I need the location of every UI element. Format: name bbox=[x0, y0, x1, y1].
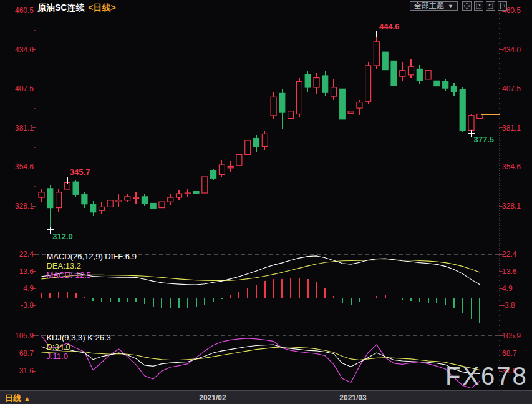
status-period-label: 日线 bbox=[5, 393, 21, 403]
status-period: 日线▲ bbox=[5, 393, 31, 404]
svg-text:444.6: 444.6 bbox=[379, 22, 400, 31]
kdj-j-label: J:11.0 bbox=[46, 352, 67, 361]
scale-axis-left-icon bbox=[475, 2, 482, 9]
svg-text:434.0: 434.0 bbox=[502, 46, 521, 54]
period-tag: <日线> bbox=[88, 2, 115, 12]
macd-diff-label: MACD(26,12,9) DIFF:6.9 bbox=[46, 252, 137, 261]
watermark: FX678 bbox=[445, 362, 528, 390]
svg-text:328.1: 328.1 bbox=[15, 202, 34, 210]
move-icon bbox=[463, 2, 470, 9]
svg-text:68.7: 68.7 bbox=[502, 349, 517, 358]
x-tick-label: 2021/02 bbox=[199, 393, 226, 402]
svg-text:407.5: 407.5 bbox=[15, 84, 34, 93]
svg-text:4.9: 4.9 bbox=[502, 284, 513, 293]
themes-dropdown-label: 全部主题 bbox=[414, 1, 444, 11]
svg-text:354.6: 354.6 bbox=[15, 162, 34, 171]
kdj-pane-label: KDJ(9,3,3) K:26.3 D:34.0 J:11.0 bbox=[37, 323, 117, 370]
svg-text:105.9: 105.9 bbox=[502, 332, 521, 340]
svg-text:328.1: 328.1 bbox=[502, 202, 521, 210]
themes-dropdown[interactable]: 全部主题 ▼ bbox=[410, 1, 458, 11]
svg-text:354.6: 354.6 bbox=[502, 162, 521, 171]
x-tick-label: 2021/03 bbox=[339, 393, 366, 402]
svg-text:381.1: 381.1 bbox=[502, 124, 521, 132]
pan-right-icon bbox=[499, 2, 506, 9]
macd-pane-label: MACD(26,12,9) DIFF:6.9 DEA:13.2 MACD:-12… bbox=[37, 242, 143, 289]
chart-tool-buttons bbox=[462, 1, 507, 11]
svg-text:-3.8: -3.8 bbox=[21, 301, 34, 310]
macd-hist-label: MACD:-12.5 bbox=[46, 270, 91, 280]
scale-axis-left-button[interactable] bbox=[474, 1, 483, 11]
svg-text:381.1: 381.1 bbox=[15, 124, 34, 132]
svg-text:312.0: 312.0 bbox=[52, 232, 73, 241]
kdj-d-label: D:34.0 bbox=[46, 342, 70, 352]
svg-text:-3.8: -3.8 bbox=[502, 301, 515, 310]
svg-text:4.9: 4.9 bbox=[23, 284, 34, 293]
chart-header: 原油SC连续 <日线> bbox=[37, 2, 116, 14]
svg-text:377.5: 377.5 bbox=[474, 135, 495, 144]
svg-text:13.6: 13.6 bbox=[19, 267, 34, 276]
pan-right-button[interactable] bbox=[498, 1, 507, 11]
scale-axis-right-button[interactable] bbox=[486, 1, 495, 11]
svg-text:31.6: 31.6 bbox=[19, 367, 34, 375]
macd-dea-label: DEA:13.2 bbox=[46, 261, 81, 270]
toolbar: 全部主题 ▼ bbox=[410, 1, 507, 11]
svg-text:22.4: 22.4 bbox=[502, 250, 517, 259]
svg-text:407.5: 407.5 bbox=[502, 84, 521, 93]
svg-text:22.4: 22.4 bbox=[19, 250, 34, 259]
svg-text:68.7: 68.7 bbox=[19, 349, 34, 358]
chart-app: 460.5460.5434.0434.0407.5407.5381.1381.1… bbox=[0, 0, 532, 404]
scale-axis-right-icon bbox=[487, 2, 494, 9]
move-tool-button[interactable] bbox=[462, 1, 472, 11]
up-arrow-icon: ▲ bbox=[24, 395, 31, 402]
svg-text:460.5: 460.5 bbox=[15, 6, 34, 15]
svg-text:434.0: 434.0 bbox=[15, 46, 34, 54]
chevron-down-icon: ▼ bbox=[448, 3, 453, 9]
kdj-k-label: KDJ(9,3,3) K:26.3 bbox=[46, 333, 110, 342]
instrument-title: 原油SC连续 bbox=[37, 2, 84, 12]
svg-text:345.7: 345.7 bbox=[70, 167, 90, 177]
svg-text:13.6: 13.6 bbox=[502, 267, 517, 276]
svg-text:105.9: 105.9 bbox=[15, 332, 34, 340]
status-bar: 日线▲ 2021/022021/03 bbox=[0, 390, 532, 404]
